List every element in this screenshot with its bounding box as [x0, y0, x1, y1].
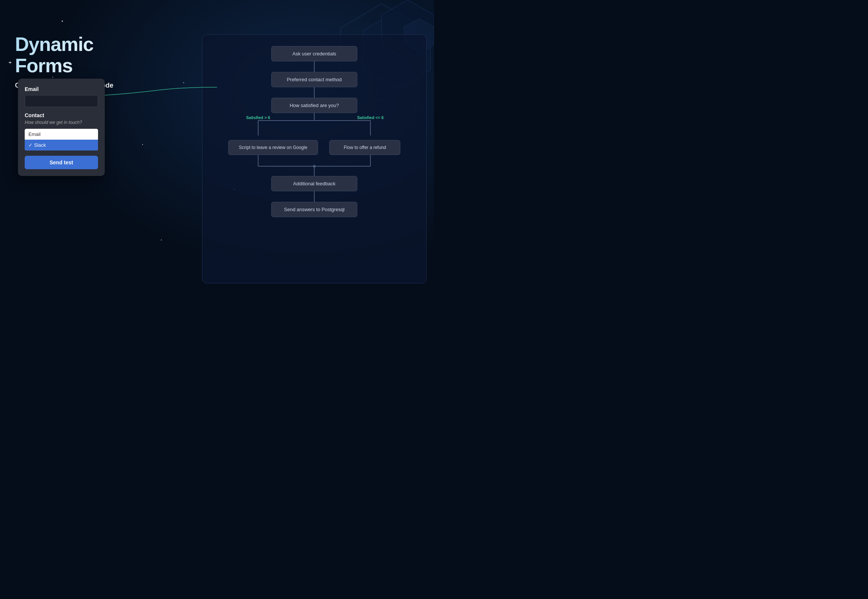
star-8	[161, 239, 162, 240]
star-4	[142, 144, 143, 145]
node-review-google: Script to leave a review on Google	[228, 140, 318, 155]
merge-svg	[217, 155, 411, 178]
star-5	[183, 82, 184, 83]
checkmark-icon: ✓	[29, 142, 33, 148]
connector-1	[314, 62, 315, 72]
slack-label: Slack	[34, 142, 46, 148]
send-test-button[interactable]: Send test	[25, 156, 98, 169]
node-send-postgresql: Send answers to Postgresql	[271, 202, 357, 217]
branch-nodes-row: Script to leave a review on Google Flow …	[210, 140, 419, 155]
node-preferred-contact: Preferred contact method	[271, 72, 357, 87]
connector-2	[314, 87, 315, 98]
email-label: Email	[25, 86, 98, 92]
node-offer-refund: Flow to offer a refund	[329, 140, 400, 155]
branch-svg: Satisfied > 6 Satisfied <= 6	[217, 113, 411, 143]
node-ask-credentials: Ask user credentials	[271, 46, 357, 62]
flow-panel: Ask user credentials Preferred contact m…	[202, 35, 426, 283]
node-additional-feedback: Additional feedback	[271, 176, 357, 191]
node-satisfaction: How satisfied are you?	[271, 98, 357, 113]
svg-text:Satisfied > 6: Satisfied > 6	[246, 115, 270, 120]
contact-select[interactable]: Email ✓ Slack	[25, 129, 98, 151]
contact-label: Contact	[25, 112, 98, 118]
svg-text:Satisfied <= 6: Satisfied <= 6	[357, 115, 384, 120]
form-card: Email Contact How should we get in touch…	[18, 78, 105, 176]
option-slack[interactable]: ✓ Slack	[25, 140, 98, 151]
star-1	[62, 21, 63, 22]
email-input[interactable]	[25, 95, 98, 107]
svg-point-15	[313, 165, 316, 168]
contact-sublabel: How should we get in touch?	[25, 120, 98, 125]
connector-5	[314, 191, 315, 202]
option-email[interactable]: Email	[25, 129, 98, 140]
page-title: Dynamic Forms	[15, 34, 123, 76]
